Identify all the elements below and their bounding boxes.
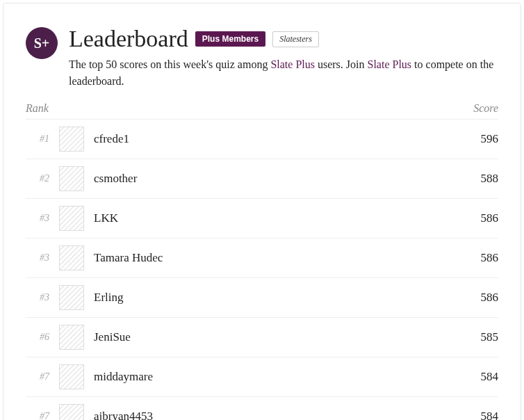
- table-row: #7middaymare584: [26, 357, 498, 396]
- score-cell: 584: [481, 410, 499, 420]
- name-cell: LKK: [94, 211, 471, 225]
- table-row: #3LKK586: [26, 198, 498, 238]
- score-cell: 586: [481, 211, 499, 225]
- name-cell: csmother: [94, 172, 471, 186]
- table-row: #6JeniSue585: [26, 317, 498, 357]
- name-cell: cfrede1: [94, 132, 471, 146]
- name-cell: Erling: [94, 291, 471, 305]
- table-row: #3Erling586: [26, 277, 498, 317]
- avatar: [59, 364, 84, 389]
- rank-cell: #7: [26, 371, 49, 382]
- slate-plus-link-2[interactable]: Slate Plus: [368, 58, 412, 70]
- col-score: Score: [473, 102, 498, 115]
- table-row: #2csmother588: [26, 159, 498, 198]
- header-text: Leaderboard Plus Members Slatesters The …: [69, 26, 498, 90]
- subtitle-text-a: The top 50 scores on this week's quiz am…: [69, 58, 270, 70]
- avatar: [59, 285, 84, 310]
- tab-plus-members[interactable]: Plus Members: [195, 31, 265, 47]
- title-line: Leaderboard Plus Members Slatesters: [69, 26, 498, 52]
- rank-cell: #2: [26, 173, 49, 184]
- name-cell: Tamara Hudec: [94, 251, 471, 265]
- rank-cell: #7: [26, 411, 49, 420]
- table-header: Rank Score: [26, 94, 498, 119]
- rank-cell: #3: [26, 252, 49, 264]
- rank-cell: #1: [26, 134, 49, 145]
- score-cell: 585: [481, 330, 499, 344]
- avatar: [59, 127, 84, 152]
- tab-slatesters[interactable]: Slatesters: [272, 31, 319, 47]
- subtitle-text-c: users. Join: [315, 58, 368, 70]
- avatar: [59, 206, 84, 231]
- name-cell: middaymare: [94, 370, 471, 384]
- name-cell: JeniSue: [94, 330, 471, 344]
- score-cell: 584: [481, 370, 499, 384]
- rank-cell: #3: [26, 292, 49, 303]
- avatar: [59, 166, 84, 191]
- name-cell: ajbryan4453: [94, 410, 471, 420]
- leaderboard-card: S+ Leaderboard Plus Members Slatesters T…: [3, 3, 521, 420]
- score-cell: 586: [481, 291, 499, 305]
- slate-plus-logo: S+: [26, 27, 58, 59]
- score-cell: 588: [481, 172, 499, 186]
- col-rank: Rank: [26, 102, 49, 115]
- table-row: #7ajbryan4453584: [26, 396, 498, 420]
- slate-plus-link-1[interactable]: Slate Plus: [270, 58, 315, 70]
- avatar: [59, 404, 84, 420]
- avatar: [59, 245, 84, 270]
- leaderboard-rows: #1cfrede1596#2csmother588#3LKK586#3Tamar…: [26, 119, 498, 420]
- score-cell: 586: [481, 251, 499, 265]
- rank-cell: #6: [26, 332, 49, 343]
- page-title: Leaderboard: [69, 26, 188, 52]
- rank-cell: #3: [26, 213, 49, 224]
- score-cell: 596: [481, 132, 499, 146]
- table-row: #3Tamara Hudec586: [26, 238, 498, 277]
- avatar: [59, 325, 84, 350]
- table-row: #1cfrede1596: [26, 119, 498, 159]
- header: S+ Leaderboard Plus Members Slatesters T…: [26, 26, 498, 90]
- subtitle: The top 50 scores on this week's quiz am…: [69, 56, 498, 90]
